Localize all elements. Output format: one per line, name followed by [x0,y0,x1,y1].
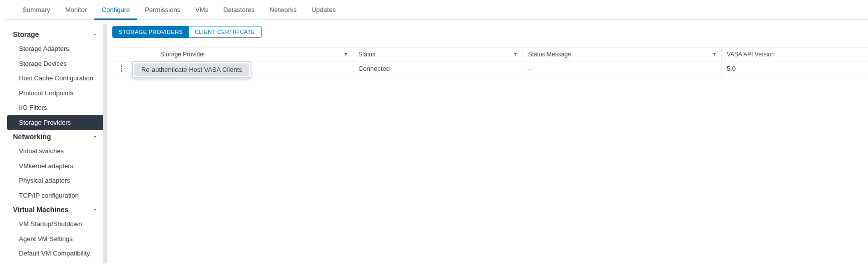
tab-configure[interactable]: Configure [94,0,137,20]
tab-datastores[interactable]: Datastores [216,0,262,20]
tab-permissions[interactable]: Permissions [137,0,188,20]
th-label: Status [358,51,375,58]
tab-vms[interactable]: VMs [188,0,216,20]
sidebar-item-tcpip-configuration[interactable]: TCP/IP configuration [0,188,107,203]
cell-status: Connected [353,61,523,76]
filter-icon[interactable] [711,51,717,57]
sidebar-item-virtual-switches[interactable]: Virtual switches [0,144,107,159]
tab-summary[interactable]: Summary [15,0,58,20]
sidebar-item-agent-vm-settings[interactable]: Agent VM Settings [0,232,107,247]
th-actions [112,47,131,61]
kebab-icon [121,65,122,72]
sidebar-item-swap-file-location[interactable]: Swap File Location [0,261,107,266]
sidebar-item-vm-startup-shutdown[interactable]: VM Startup/Shutdown [0,217,107,232]
sidebar-section-label: Storage [13,30,39,38]
sidebar-item-host-cache-configuration[interactable]: Host Cache Configuration [0,71,107,86]
th-status[interactable]: Status [353,47,523,61]
tab-monitor[interactable]: Monitor [58,0,94,20]
sidebar-item-vmkernel-adapters[interactable]: VMkernel adapters [0,159,107,174]
filter-icon[interactable] [513,51,519,57]
th-status-message[interactable]: Status Message [523,47,722,61]
cell-status-message: -- [523,61,722,76]
th-label: Storage Provider [160,51,205,58]
storage-providers-table: Storage Provider Status Status Message [112,47,868,76]
sidebar-item-io-filters[interactable]: I/O Filters [0,100,107,115]
chevron-down-icon [92,31,98,37]
sidebar-section-label: Virtual Machines [13,206,68,214]
top-tabs: Summary Monitor Configure Permissions VM… [5,0,868,20]
th-vasa-api-version[interactable]: VASA API Version [722,47,868,61]
sidebar-item-storage-adapters[interactable]: Storage Adapters [0,41,107,56]
tab-networks[interactable]: Networks [262,0,304,20]
cell-vasa-api-version: 5.0 [722,61,868,76]
sub-tabs: STORAGE PROVIDERS CLIENT CERTIFICATE [112,26,262,38]
sidebar-item-physical-adapters[interactable]: Physical adapters [0,173,107,188]
filter-icon[interactable] [343,51,349,57]
sidebar-item-default-vm-compatibility[interactable]: Default VM Compatibility [0,246,107,261]
th-storage-provider[interactable]: Storage Provider [155,47,353,61]
main-panel: STORAGE PROVIDERS CLIENT CERTIFICATE Sto… [107,20,868,266]
sidebar-section-networking[interactable]: Networking [0,130,107,144]
sidebar-item-protocol-endpoints[interactable]: Protocol Endpoints [0,86,107,101]
context-menu-reauthenticate-vasa[interactable]: Re-authenticate Host VASA Clients [134,63,249,76]
sidebar-item-storage-providers[interactable]: Storage Providers [7,115,107,130]
table-header: Storage Provider Status Status Message [112,47,868,61]
sidebar-section-storage[interactable]: Storage [0,27,107,41]
row-actions-button[interactable] [112,61,131,76]
tab-updates[interactable]: Updates [304,0,343,20]
th-label: Status Message [528,51,571,58]
th-expand [131,47,155,61]
subtab-client-certificate[interactable]: CLIENT CERTIFICATE [189,26,261,37]
chevron-down-icon [92,134,98,140]
sidebar-item-storage-devices[interactable]: Storage Devices [0,56,107,71]
subtab-storage-providers[interactable]: STORAGE PROVIDERS [113,26,189,37]
sidebar-section-virtual-machines[interactable]: Virtual Machines [0,203,107,217]
table-row[interactable]: Connected -- 5.0 Re-authenticate Host VA… [112,61,868,76]
th-label: VASA API Version [727,51,775,58]
sidebar-section-label: Networking [13,133,51,141]
chevron-down-icon [92,207,98,213]
context-menu: Re-authenticate Host VASA Clients [132,61,251,78]
sidebar-scrollbar[interactable] [103,24,107,264]
sidebar: Storage Storage Adapters Storage Devices… [0,20,107,266]
